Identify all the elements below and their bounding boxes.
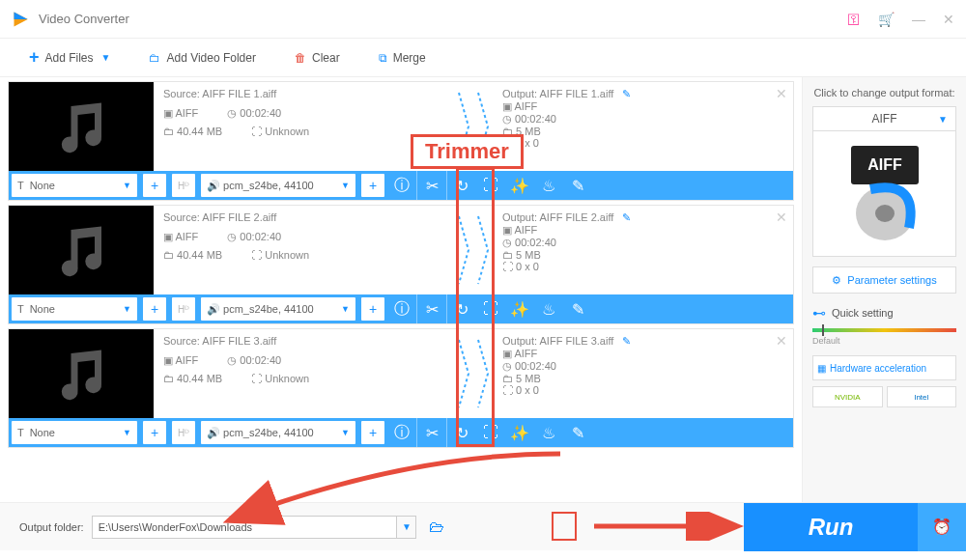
duration-meta: ◷ 00:02:40: [227, 354, 281, 367]
hd-button[interactable]: Hᴰ: [172, 174, 195, 197]
add-audio-button[interactable]: +: [361, 421, 384, 444]
resolution-meta: ⛶ Unknown: [251, 249, 309, 261]
file-thumbnail[interactable]: [9, 82, 154, 171]
rotate-button[interactable]: ↻: [447, 171, 476, 200]
file-thumbnail[interactable]: [9, 206, 154, 294]
file-thumbnail[interactable]: [9, 329, 154, 418]
info-button[interactable]: ⓘ: [387, 171, 416, 200]
add-audio-button[interactable]: +: [361, 297, 384, 321]
add-audio-button[interactable]: +: [361, 174, 384, 197]
alarm-button[interactable]: ⏰: [918, 503, 966, 551]
crop-button[interactable]: ⛶: [476, 418, 505, 447]
hd-button[interactable]: Hᴰ: [172, 421, 195, 444]
path-dropdown-button[interactable]: ▼: [397, 516, 416, 539]
out-res-meta: ⛶ 0 x 0: [502, 261, 783, 272]
format-meta: ▣ AIFF: [163, 354, 198, 367]
size-meta: 🗀 40.44 MB: [163, 126, 222, 137]
trash-icon: 🗑: [295, 51, 306, 65]
resolution-meta: ⛶ Unknown: [251, 126, 309, 137]
divider-arrow-icon: [473, 206, 493, 294]
effects-button[interactable]: ✨: [505, 171, 534, 200]
out-size-meta: 🗀 5 MB: [502, 126, 783, 137]
source-label: Source: AIFF FILE 1.aiff: [163, 88, 444, 99]
trim-button[interactable]: ✂: [417, 171, 446, 200]
divider-arrow-icon: [454, 329, 473, 418]
open-folder-button[interactable]: 🗁: [422, 516, 451, 539]
nvidia-badge: NVIDIA: [812, 386, 883, 407]
output-path-input[interactable]: [92, 516, 398, 539]
edit-subtitle-button[interactable]: ✎: [563, 418, 592, 447]
sidebar: Click to change output format: AIFF ▼ AI…: [802, 77, 966, 502]
info-button[interactable]: ⓘ: [387, 418, 416, 447]
chevron-down-icon: ▼: [101, 52, 111, 63]
divider-arrow-icon: [473, 329, 493, 418]
clear-button[interactable]: 🗑 Clear: [295, 51, 340, 65]
crop-button[interactable]: ⛶: [476, 171, 505, 200]
add-subtitle-button[interactable]: +: [143, 174, 166, 197]
minimize-button[interactable]: —: [912, 12, 925, 27]
watermark-button[interactable]: ♨: [534, 294, 563, 323]
subtitle-selector[interactable]: T None▼: [12, 174, 137, 197]
chevron-down-icon: ▼: [938, 114, 948, 125]
divider-arrow-icon: [454, 206, 473, 294]
add-folder-button[interactable]: 🗀 Add Video Folder: [149, 51, 256, 65]
remove-file-button[interactable]: ✕: [776, 333, 787, 349]
aiff-file-icon: AIFF: [841, 141, 928, 247]
divider-arrow-icon: [454, 82, 473, 171]
size-meta: 🗀 40.44 MB: [163, 373, 222, 384]
merge-button[interactable]: ⧉ Merge: [379, 51, 426, 65]
add-files-button[interactable]: + Add Files ▼: [29, 47, 110, 68]
alarm-icon: ⏰: [932, 518, 952, 536]
subtitle-selector[interactable]: T None▼: [12, 297, 137, 321]
edit-icon[interactable]: ✎: [622, 88, 631, 99]
close-button[interactable]: ✕: [943, 12, 954, 27]
file-item: Source: AIFF FILE 2.aiff ▣ AIFF ◷ 00:02:…: [8, 205, 794, 324]
add-subtitle-button[interactable]: +: [143, 421, 166, 444]
audio-selector[interactable]: 🔊 pcm_s24be, 44100▼: [201, 421, 355, 444]
file-item: Source: AIFF FILE 3.aiff ▣ AIFF ◷ 00:02:…: [8, 328, 794, 448]
file-controls: T None▼ + Hᴰ 🔊 pcm_s24be, 44100▼ + ⓘ ✂ ↻…: [9, 294, 793, 323]
file-controls: T None▼ + Hᴰ 🔊 pcm_s24be, 44100▼ + ⓘ ✂ ↻…: [9, 171, 793, 200]
rotate-button[interactable]: ↻: [447, 418, 476, 447]
add-subtitle-button[interactable]: +: [143, 297, 166, 321]
output-folder-label: Output folder:: [19, 521, 84, 533]
out-format-meta: ▣ AIFF: [502, 348, 783, 360]
hardware-accel-button[interactable]: ▦ Hardware acceleration: [812, 355, 956, 380]
edit-icon[interactable]: ✎: [622, 211, 631, 223]
remove-file-button[interactable]: ✕: [776, 86, 787, 101]
crop-button[interactable]: ⛶: [476, 294, 505, 323]
key-icon[interactable]: ⚿: [847, 12, 861, 27]
watermark-button[interactable]: ♨: [534, 418, 563, 447]
out-res-meta: ⛶ 0 x 0: [502, 384, 783, 396]
trim-button[interactable]: ✂: [417, 418, 446, 447]
out-res-meta: ⛶ 0 x 0: [502, 137, 783, 149]
size-meta: 🗀 40.44 MB: [163, 249, 222, 261]
quality-slider[interactable]: [812, 328, 956, 332]
format-meta: ▣ AIFF: [163, 107, 198, 120]
cart-icon[interactable]: 🛒: [878, 12, 895, 27]
hd-button[interactable]: Hᴰ: [172, 297, 195, 321]
effects-button[interactable]: ✨: [505, 294, 534, 323]
app-logo-icon: [12, 10, 31, 29]
edit-subtitle-button[interactable]: ✎: [563, 171, 592, 200]
watermark-button[interactable]: ♨: [534, 171, 563, 200]
format-preview[interactable]: AIFF: [812, 131, 956, 257]
remove-file-button[interactable]: ✕: [776, 210, 787, 225]
info-button[interactable]: ⓘ: [387, 294, 416, 323]
edit-icon[interactable]: ✎: [622, 335, 631, 347]
edit-subtitle-button[interactable]: ✎: [563, 294, 592, 323]
parameter-settings-button[interactable]: ⚙ Parameter settings: [812, 266, 956, 294]
format-label: Click to change output format:: [812, 87, 956, 98]
plus-icon: +: [29, 47, 40, 68]
toolbar: + Add Files ▼ 🗀 Add Video Folder 🗑 Clear…: [0, 39, 966, 77]
run-button[interactable]: Run: [744, 503, 918, 551]
rotate-button[interactable]: ↻: [447, 294, 476, 323]
trim-button[interactable]: ✂: [417, 294, 446, 323]
subtitle-selector[interactable]: T None▼: [12, 421, 137, 444]
audio-selector[interactable]: 🔊 pcm_s24be, 44100▼: [201, 297, 355, 321]
effects-button[interactable]: ✨: [505, 418, 534, 447]
format-selector[interactable]: AIFF ▼: [812, 106, 956, 131]
chip-icon: ▦: [817, 363, 826, 374]
quick-setting-label: ⊷ Quick setting: [812, 305, 956, 321]
audio-selector[interactable]: 🔊 pcm_s24be, 44100▼: [201, 174, 355, 197]
